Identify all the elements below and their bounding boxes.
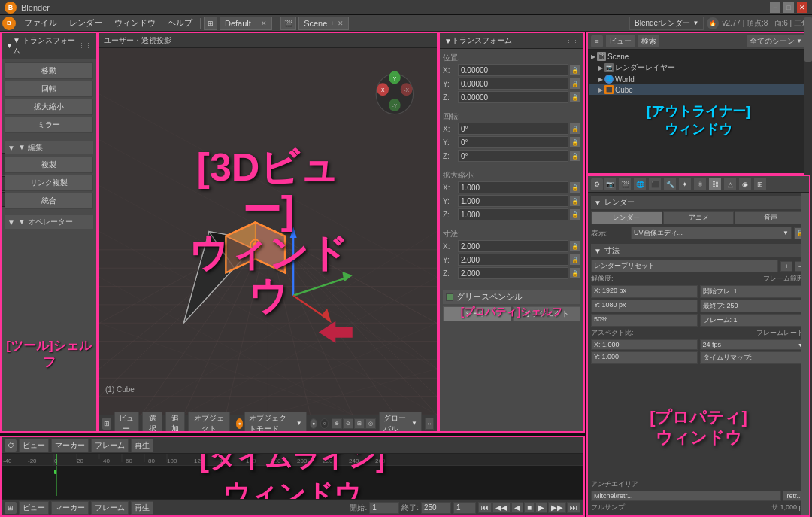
grease-scene-tab[interactable]: シーン — [443, 306, 511, 321]
constraints-icon-btn[interactable]: ⛓ — [708, 178, 722, 191]
outliner-cube-item[interactable]: ▶ ⬛ Cube — [589, 84, 807, 95]
rotate-btn[interactable]: 回転 — [5, 81, 93, 97]
tl-frame-btn[interactable]: フレーム — [91, 439, 129, 452]
object-icon-btn[interactable]: ⬛ — [648, 178, 662, 191]
animate-tab[interactable]: アニメ — [663, 211, 735, 224]
rot-y-input[interactable] — [458, 136, 568, 148]
global-dropdown[interactable]: グローバル ▼ — [379, 412, 422, 433]
merge-btn[interactable]: 統合 — [5, 193, 93, 209]
scale-x-lock[interactable]: 🔒 — [570, 182, 580, 193]
rot-z-lock[interactable]: 🔒 — [570, 151, 580, 161]
tl-step-fwd[interactable]: ▶▶ — [548, 502, 566, 513]
dim-z-input[interactable] — [458, 267, 568, 279]
tl-frame-btn-2[interactable]: フレーム — [91, 501, 129, 515]
pos-x-lock[interactable]: 🔒 — [570, 65, 580, 75]
particles-icon-btn[interactable]: ✦ — [678, 178, 692, 191]
outliner-scene-item[interactable]: ▶ 🎬 Scene — [589, 51, 807, 62]
outliner-search-btn[interactable]: 検索 — [638, 35, 660, 48]
rot-x-input[interactable] — [458, 123, 568, 135]
pivot-btn[interactable]: ⊙ — [343, 418, 353, 429]
rot-z-input[interactable] — [458, 150, 568, 162]
tl-view-btn[interactable]: ビュー — [19, 439, 49, 452]
blender-renderer-dropdown[interactable]: Blenderレンダー ▼ — [629, 17, 704, 30]
tl-play[interactable]: ▶ — [535, 502, 547, 513]
pos-x-input[interactable] — [458, 64, 568, 76]
grease-object-tab[interactable]: オブジェクト — [513, 306, 581, 321]
display-dropdown[interactable]: UV画像エディ... ▼ — [631, 227, 792, 239]
mirror-btn[interactable]: ミラー — [5, 117, 93, 133]
tl-start-input[interactable] — [369, 502, 399, 514]
scale-z-lock[interactable]: 🔒 — [570, 209, 580, 220]
preset-dropdown[interactable]: レンダープリセット — [591, 260, 778, 272]
scene-tab[interactable]: Scene + ✕ — [298, 17, 348, 30]
pos-y-lock[interactable]: 🔒 — [570, 78, 580, 89]
viewport-shading-wire[interactable]: ○ — [320, 418, 329, 429]
rot-x-lock[interactable]: 🔒 — [570, 123, 580, 134]
physics-icon-btn[interactable]: ⚛ — [693, 178, 707, 191]
scale-z-input[interactable] — [458, 208, 568, 220]
tl-stop[interactable]: ■ — [524, 502, 535, 513]
outliner-scene-dropdown[interactable]: 全てのシーン ▼ — [746, 35, 806, 48]
tl-step-back[interactable]: ◀◀ — [492, 502, 511, 513]
object-mode-dropdown[interactable]: オブジェクトモード ▼ — [244, 412, 306, 433]
rot-y-lock[interactable]: 🔒 — [570, 137, 580, 147]
properties-scrollbar[interactable] — [801, 193, 809, 515]
data-icon-btn[interactable]: △ — [723, 178, 737, 191]
tl-jump-start[interactable]: ⏮ — [478, 502, 492, 513]
default-layout-tab[interactable]: Default + ✕ — [220, 17, 272, 30]
viewport-shading-solid[interactable]: ● — [310, 418, 318, 429]
render-icon-btn[interactable]: 📷 — [603, 178, 617, 191]
close-button[interactable]: ✕ — [797, 2, 807, 13]
modifier-icon-btn[interactable]: 🔧 — [663, 178, 677, 191]
outliner-world-item[interactable]: ▶ 🌐 World — [589, 74, 807, 84]
dim-y-lock[interactable]: 🔒 — [570, 254, 580, 265]
window-menu-item[interactable]: ウィンドウ — [108, 15, 162, 31]
world-icon-btn[interactable]: 🌐 — [633, 178, 647, 191]
dim-x-lock[interactable]: 🔒 — [570, 241, 580, 251]
sound-tab[interactable]: 音声 — [735, 211, 806, 224]
dim-x-input[interactable] — [458, 240, 568, 252]
add-btn[interactable]: 追加 — [165, 412, 185, 433]
scale-x-input[interactable] — [458, 181, 568, 193]
fps-dropdown[interactable]: 24 fps ▼ — [700, 339, 807, 350]
viewport-last-btn[interactable]: ↔ — [425, 418, 434, 430]
view-btn[interactable]: ビュー — [114, 412, 140, 433]
layout-icon[interactable]: ⊞ — [204, 17, 217, 30]
grease-checkbox[interactable] — [446, 293, 453, 301]
scale-btn[interactable]: 拡大縮小 — [5, 99, 93, 115]
scene-icon-btn[interactable]: 🎬 — [618, 178, 632, 191]
help-menu-item[interactable]: ヘルプ — [162, 15, 198, 31]
render-menu-item[interactable]: レンダー — [63, 15, 108, 31]
render-tab[interactable]: レンダー — [591, 211, 662, 224]
select-btn[interactable]: 選択 — [142, 412, 162, 433]
tl-marker-btn[interactable]: マーカー — [51, 439, 89, 452]
preset-add-btn[interactable]: + — [780, 261, 792, 272]
duplicate-btn[interactable]: 複製 — [5, 157, 93, 173]
manip-btn[interactable]: ⊕ — [332, 418, 342, 429]
link-duplicate-btn[interactable]: リンク複製 — [5, 175, 93, 191]
scene-icon[interactable]: 🎬 — [280, 17, 296, 30]
file-menu-item[interactable]: ファイル — [18, 15, 63, 31]
minimize-button[interactable]: − — [770, 2, 780, 13]
dim-y-input[interactable] — [458, 254, 568, 266]
scale-y-lock[interactable]: 🔒 — [570, 196, 580, 206]
tl-marker-btn-2[interactable]: マーカー — [51, 501, 89, 515]
move-btn[interactable]: 移動 — [5, 62, 93, 79]
tl-play-back[interactable]: ◀ — [511, 502, 523, 513]
maximize-button[interactable]: □ — [783, 2, 794, 13]
tl-jump-end[interactable]: ⏭ — [567, 502, 580, 513]
scale-y-input[interactable] — [458, 195, 568, 207]
tl-view-btn-2[interactable]: ビュー — [19, 501, 49, 515]
snap-btn[interactable]: ⊞ — [354, 418, 365, 429]
tl-end-input[interactable] — [421, 502, 451, 514]
texture-icon-btn[interactable]: ⊞ — [753, 178, 767, 191]
tl-playback-btn[interactable]: 再生 — [131, 439, 153, 452]
dim-z-lock[interactable]: 🔒 — [570, 268, 580, 278]
tl-current-input[interactable] — [453, 502, 476, 514]
outliner-view-btn[interactable]: ビュー — [605, 35, 635, 48]
outliner-render-layer-item[interactable]: ▶ 📷 レンダーレイヤー — [589, 62, 807, 74]
pos-z-input[interactable] — [458, 91, 568, 103]
pos-y-input[interactable] — [458, 78, 568, 90]
pos-z-lock[interactable]: 🔒 — [570, 92, 580, 102]
tl-playback-btn-2[interactable]: 再生 — [131, 501, 153, 515]
